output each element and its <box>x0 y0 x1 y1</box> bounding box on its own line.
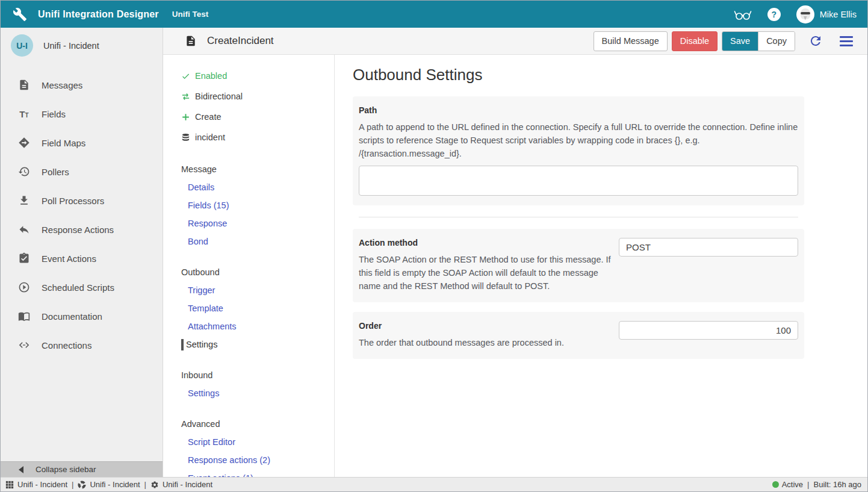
active-indicator <box>181 339 184 350</box>
code-brackets-icon <box>18 339 30 351</box>
nav-section-outbound: Outbound <box>181 263 334 281</box>
clipboard-check-icon <box>18 252 30 264</box>
disable-button[interactable]: Disable <box>672 31 718 51</box>
action-method-input[interactable] <box>619 238 798 257</box>
message-header: CreateIncident Build Message Disable Sav… <box>163 28 867 55</box>
nav-link-response-actions[interactable]: Response actions (2) <box>181 451 334 469</box>
topbar: Unifi Integration Designer Unifi Test ? … <box>1 1 867 28</box>
sidebar-menu: Messages TT Fields Field Maps Pollers Po… <box>1 70 163 360</box>
refresh-icon <box>808 34 823 48</box>
sidebar-item-field-maps[interactable]: Field Maps <box>1 128 163 157</box>
statusbar-item-integration[interactable]: Unifi - Incident <box>78 480 140 489</box>
gear-icon <box>150 481 159 489</box>
hamburger-icon <box>840 36 853 38</box>
page-title: Outbound Settings <box>353 66 867 84</box>
nav-link-bond[interactable]: Bond <box>181 232 334 251</box>
nav-link-attachments[interactable]: Attachments <box>181 317 334 335</box>
grid-icon <box>5 481 14 489</box>
nav-link-inbound-settings[interactable]: Settings <box>181 384 334 402</box>
save-copy-group: Save Copy <box>722 31 795 51</box>
download-icon <box>18 195 30 207</box>
sidebar-item-documentation[interactable]: Documentation <box>1 302 163 331</box>
help-icon[interactable]: ? <box>767 8 781 21</box>
order-description: The order that outbound messages are pro… <box>359 336 612 349</box>
order-panel: Order The order that outbound messages a… <box>353 312 804 359</box>
user-name: Mike Ellis <box>820 10 857 19</box>
integration-name: Unifi - Incident <box>43 41 99 51</box>
bidirectional-arrows-icon <box>181 92 190 101</box>
active-status-label: Active <box>782 480 803 489</box>
statusbar-item-settings[interactable]: Unifi - Incident <box>150 480 212 489</box>
nav-link-trigger[interactable]: Trigger <box>181 281 334 299</box>
statusbar: Unifi - Incident | Unifi - Incident | Un… <box>1 477 867 491</box>
action-method-label: Action method <box>359 238 612 248</box>
integration-brand[interactable]: U-I Unifi - Incident <box>1 28 163 63</box>
user-menu[interactable]: Mike Ellis <box>796 5 857 23</box>
plus-icon <box>181 113 190 122</box>
section-divider <box>359 217 798 217</box>
app-window: Unifi Integration Designer Unifi Test ? … <box>0 0 868 492</box>
copy-button[interactable]: Copy <box>758 32 795 51</box>
action-method-panel: Action method The SOAP Action or the RES… <box>353 229 804 302</box>
nav-section-message: Message <box>181 160 334 178</box>
app-title: Unifi Integration Designer <box>38 9 159 20</box>
nav-section-inbound: Inbound <box>181 366 334 384</box>
message-nav: Enabled Bidirectional Create incident <box>163 55 335 477</box>
nav-link-fields[interactable]: Fields (15) <box>181 196 334 214</box>
sidebar: U-I Unifi - Incident Messages TT Fields … <box>1 28 163 477</box>
action-method-description: The SOAP Action or the REST Method to us… <box>359 253 612 293</box>
refresh-button[interactable] <box>808 34 823 48</box>
main-content: Outbound Settings Path A path to append … <box>335 55 867 477</box>
reply-arrow-icon <box>18 223 30 235</box>
play-circle-icon <box>18 281 30 293</box>
sidebar-item-scheduled-scripts[interactable]: Scheduled Scripts <box>1 273 163 302</box>
built-label: Built: 16h ago <box>813 480 861 489</box>
integration-avatar: U-I <box>11 34 33 57</box>
path-field-panel: Path A path to append to the URL defined… <box>353 96 804 205</box>
build-message-button[interactable]: Build Message <box>594 31 668 51</box>
avatar <box>796 5 814 23</box>
glasses-icon[interactable] <box>734 8 752 20</box>
path-label: Path <box>359 105 798 115</box>
collapse-arrow-icon <box>19 466 23 473</box>
order-label: Order <box>359 321 612 331</box>
history-clock-icon <box>18 166 30 178</box>
active-status-dot <box>772 481 779 488</box>
nav-link-response[interactable]: Response <box>181 214 334 232</box>
path-description: A path to append to the URL defined in t… <box>359 120 798 160</box>
check-icon <box>181 72 190 81</box>
message-document-icon <box>185 35 197 47</box>
open-book-icon <box>18 310 30 322</box>
status-target-table[interactable]: incident <box>181 127 334 148</box>
status-enabled[interactable]: Enabled <box>181 66 334 86</box>
sidebar-item-pollers[interactable]: Pollers <box>1 157 163 186</box>
environment-label: Unifi Test <box>172 10 209 19</box>
statusbar-item-apps[interactable]: Unifi - Incident <box>5 480 67 489</box>
sidebar-item-fields[interactable]: TT Fields <box>1 99 163 128</box>
sidebar-item-event-actions[interactable]: Event Actions <box>1 244 163 273</box>
nav-link-outbound-settings[interactable]: Settings <box>181 335 334 353</box>
collapse-sidebar-button[interactable]: Collapse sidebar <box>1 461 163 477</box>
status-create[interactable]: Create <box>181 107 334 127</box>
path-input[interactable] <box>359 166 798 196</box>
sidebar-item-poll-processors[interactable]: Poll Processors <box>1 186 163 215</box>
status-bidirectional[interactable]: Bidirectional <box>181 86 334 107</box>
wrench-icon <box>13 7 27 22</box>
database-icon <box>181 133 190 142</box>
nav-link-details[interactable]: Details <box>181 178 334 196</box>
nav-link-template[interactable]: Template <box>181 299 334 317</box>
save-button[interactable]: Save <box>722 32 758 51</box>
order-input[interactable] <box>619 321 798 340</box>
document-icon <box>18 79 30 91</box>
sidebar-item-messages[interactable]: Messages <box>1 70 163 99</box>
wheel-icon <box>78 481 86 489</box>
sidebar-item-response-actions[interactable]: Response Actions <box>1 215 163 244</box>
message-name: CreateIncident <box>207 35 274 47</box>
text-fields-icon: TT <box>18 109 30 119</box>
diamond-arrow-icon <box>18 137 30 149</box>
nav-link-event-actions[interactable]: Event actions (1) <box>181 469 334 477</box>
menu-button[interactable] <box>840 36 853 46</box>
nav-link-script-editor[interactable]: Script Editor <box>181 433 334 451</box>
nav-section-advanced: Advanced <box>181 415 334 433</box>
sidebar-item-connections[interactable]: Connections <box>1 331 163 360</box>
